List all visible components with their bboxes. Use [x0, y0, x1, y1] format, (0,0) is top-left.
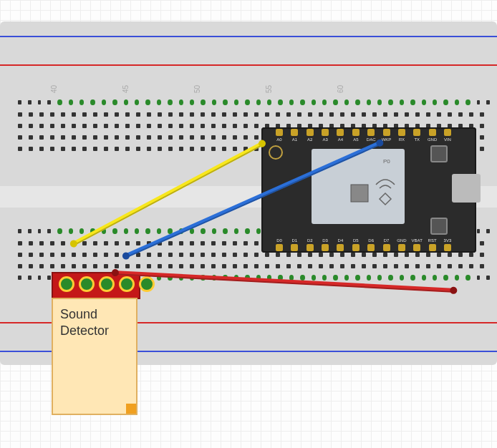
tie-hole — [340, 253, 344, 257]
photon-pin-wkp — [383, 129, 390, 136]
tie-hole — [211, 135, 216, 140]
tie-hole — [93, 135, 97, 140]
tie-hole — [136, 147, 140, 151]
tie-hole — [179, 264, 183, 268]
tie-hole — [201, 147, 205, 151]
tie-hole — [383, 264, 387, 268]
tie-hole — [82, 135, 87, 140]
tie-hole — [61, 264, 65, 268]
tie-hole — [201, 253, 205, 257]
tie-hole — [222, 112, 226, 117]
tie-hole — [383, 112, 387, 117]
antenna-connector-icon — [269, 145, 283, 160]
tie-hole — [437, 253, 441, 257]
tie-hole — [61, 147, 65, 151]
tie-hole — [168, 99, 172, 105]
sound-detector-label-sticky: Sound Detector — [52, 298, 137, 415]
setup-button[interactable] — [430, 145, 448, 162]
photon-pin-d7 — [383, 244, 390, 251]
tie-hole — [115, 241, 119, 245]
tie-hole — [90, 99, 95, 105]
col-label: 60 — [337, 85, 344, 93]
wifi-module: P0 — [312, 149, 405, 224]
tie-hole — [18, 112, 22, 117]
tie-hole — [234, 228, 238, 234]
tie-hole — [158, 264, 162, 268]
tie-hole — [50, 147, 54, 151]
tie-hole — [18, 124, 22, 128]
tie-hole — [355, 275, 360, 281]
reset-button[interactable] — [430, 218, 448, 235]
photon-pin-3v3 — [444, 244, 451, 251]
tie-hole — [179, 147, 183, 151]
tie-hole — [135, 99, 139, 105]
tie-hole — [136, 135, 140, 140]
tie-hole — [18, 241, 22, 245]
tie-hole — [422, 99, 426, 105]
tie-hole — [38, 100, 42, 104]
tie-hole — [362, 112, 366, 117]
tie-hole — [254, 124, 259, 128]
tie-hole — [480, 112, 484, 117]
tie-hole — [486, 229, 490, 233]
tie-hole — [333, 99, 337, 105]
tie-hole — [125, 135, 130, 140]
tie-hole — [312, 99, 316, 105]
pin-label: D2 — [304, 238, 317, 243]
tie-hole — [254, 241, 259, 245]
sound-title-line2: Detector — [60, 323, 109, 338]
tie-hole — [190, 112, 194, 117]
tie-hole — [437, 264, 441, 268]
tie-hole — [79, 228, 84, 234]
tie-hole — [179, 253, 183, 257]
tie-hole — [377, 99, 382, 105]
tie-hole — [145, 99, 150, 105]
tie-hole — [190, 241, 194, 245]
tie-hole — [410, 99, 415, 105]
tie-hole — [47, 100, 51, 104]
tie-hole — [147, 253, 151, 257]
tie-hole — [222, 241, 226, 245]
tie-hole — [72, 135, 76, 140]
tie-hole — [394, 112, 398, 117]
tie-hole — [39, 124, 44, 128]
tie-hole — [28, 276, 32, 280]
tie-hole — [372, 253, 377, 257]
pin-label: D0 — [273, 238, 286, 243]
tie-hole — [286, 264, 291, 268]
sound-detector-pcb — [52, 272, 140, 299]
tie-hole — [329, 264, 334, 268]
tie-hole — [355, 99, 360, 105]
tie-hole — [136, 112, 140, 117]
tie-hole — [308, 112, 312, 117]
tie-hole — [405, 253, 409, 257]
tie-row — [18, 264, 490, 268]
tie-hole — [480, 135, 484, 140]
tie-hole — [233, 135, 237, 140]
tie-hole — [297, 264, 301, 268]
tie-hole — [211, 264, 216, 268]
tie-hole — [57, 228, 62, 234]
tie-hole — [394, 264, 398, 268]
tie-hole — [147, 124, 151, 128]
tie-hole — [477, 276, 481, 280]
tie-hole — [254, 264, 259, 268]
tie-hole — [39, 264, 44, 268]
tie-hole — [233, 147, 237, 151]
tie-hole — [297, 253, 301, 257]
tie-hole — [18, 264, 22, 268]
tie-hole — [254, 112, 259, 117]
tie-hole — [351, 253, 355, 257]
tie-hole — [29, 264, 33, 268]
tie-hole — [168, 112, 173, 117]
tie-hole — [233, 253, 237, 257]
tie-hole — [168, 124, 173, 128]
photon-pin-d4 — [337, 244, 344, 251]
tie-hole — [157, 228, 161, 234]
photon-pin-rx — [398, 129, 405, 136]
tie-hole — [125, 241, 130, 245]
tie-hole — [212, 99, 216, 105]
tie-hole — [486, 100, 490, 104]
tie-hole — [388, 275, 392, 281]
tie-hole — [38, 229, 42, 233]
